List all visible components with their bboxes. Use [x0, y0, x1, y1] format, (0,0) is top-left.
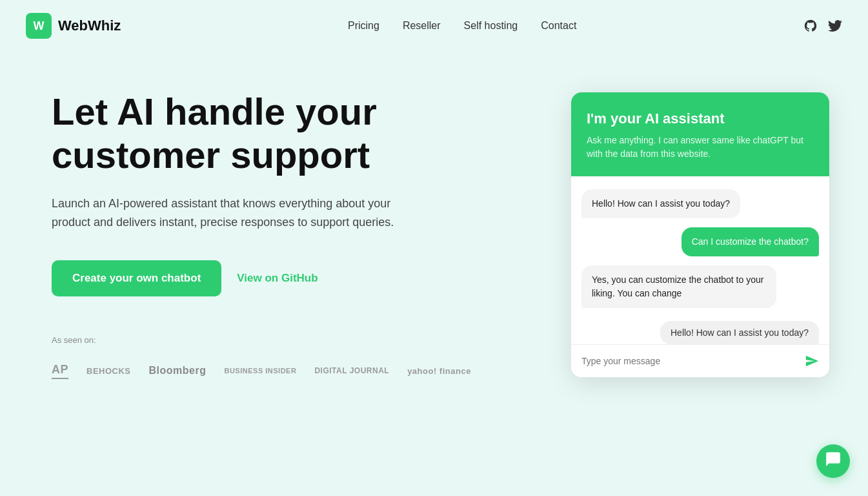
hero-subtitle: Launch an AI-powered assistant that know…	[52, 194, 432, 232]
chat-header: I'm your AI assistant Ask me anything. I…	[571, 92, 829, 176]
chat-header-title: I'm your AI assistant	[587, 110, 814, 127]
chat-message-3: Yes, you can customize the chatbot to yo…	[581, 265, 776, 308]
nav-social-icons	[803, 19, 842, 33]
twitter-icon-button[interactable]	[828, 19, 842, 33]
create-chatbot-button[interactable]: Create your own chatbot	[52, 260, 221, 296]
logo-link[interactable]: W WebWhiz	[26, 13, 121, 39]
send-icon	[805, 354, 819, 368]
as-seen-label: As seen on:	[52, 335, 96, 345]
chat-message-1: Hello! How can I assist you today?	[581, 189, 740, 218]
nav-contact[interactable]: Contact	[541, 20, 576, 32]
github-icon-button[interactable]	[803, 19, 818, 33]
brand-bloomberg: Bloomberg	[149, 365, 207, 377]
hero-title: Let AI handle your customer support	[52, 90, 478, 176]
chat-message-2: Can I customize the chatbot?	[681, 227, 819, 256]
nav-reseller[interactable]: Reseller	[403, 20, 441, 32]
brand-business-insider: BUSINESS INSIDER	[224, 367, 296, 375]
floating-chat-button[interactable]	[816, 444, 850, 478]
logo-text: WebWhiz	[58, 17, 121, 34]
view-github-link[interactable]: View on GitHub	[237, 272, 318, 285]
brand-yahoo: yahoo! finance	[407, 366, 471, 376]
hero-section: Let AI handle your customer support Laun…	[52, 90, 478, 379]
brand-ap: AP	[52, 363, 68, 379]
chat-secondary-bubble: Hello! How can I assist you today?	[660, 321, 819, 344]
twitter-icon	[828, 19, 842, 33]
chat-header-subtitle: Ask me anything. I can answer same like …	[587, 134, 814, 161]
chat-widget: I'm your AI assistant Ask me anything. I…	[571, 92, 829, 377]
floating-chat-icon	[825, 451, 842, 471]
nav-links: Pricing Reseller Self hosting Contact	[348, 20, 576, 32]
brand-digital-journal: DIGITAL JOURNAL	[314, 366, 389, 375]
chat-messages: Hello! How can I assist you today? Can I…	[571, 176, 829, 321]
logo-icon: W	[26, 13, 52, 39]
as-seen-on-section: As seen on: AP BEHOCKS Bloomberg BUSINES…	[52, 335, 478, 379]
navbar: W WebWhiz Pricing Reseller Self hosting …	[0, 0, 868, 52]
main-content: Let AI handle your customer support Laun…	[0, 52, 868, 405]
chat-secondary-row: Hello! How can I assist you today?	[571, 321, 829, 344]
chat-input-area	[571, 344, 829, 377]
brand-behocks: BEHOCKS	[86, 366, 131, 376]
chat-send-button[interactable]	[805, 354, 819, 368]
github-icon	[803, 19, 818, 33]
nav-pricing[interactable]: Pricing	[348, 20, 379, 32]
nav-self-hosting[interactable]: Self hosting	[464, 20, 518, 32]
chat-input[interactable]	[581, 356, 798, 366]
hero-buttons: Create your own chatbot View on GitHub	[52, 260, 478, 296]
brand-logos: AP BEHOCKS Bloomberg BUSINESS INSIDER DI…	[52, 363, 471, 379]
